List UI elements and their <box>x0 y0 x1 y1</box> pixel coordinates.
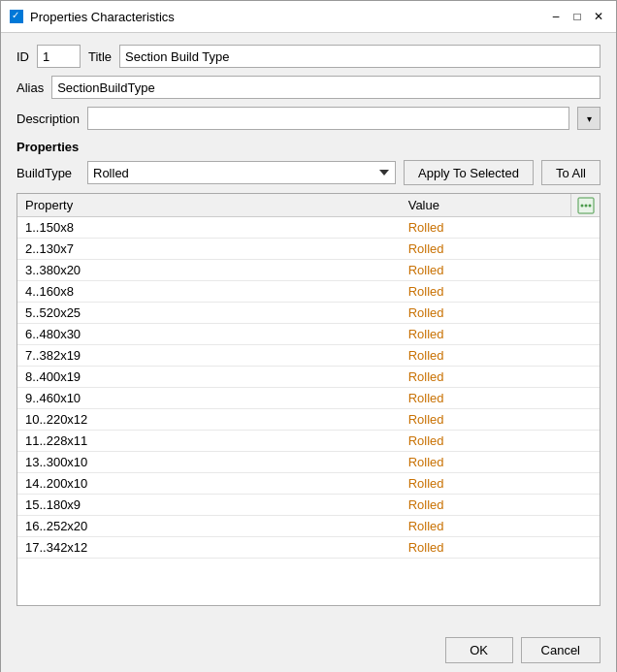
ok-button[interactable]: OK <box>445 637 513 663</box>
table-cell-value: Rolled <box>401 431 600 451</box>
table-cell-value: Rolled <box>401 281 600 302</box>
cancel-button[interactable]: Cancel <box>521 637 601 663</box>
table-cell-value: Rolled <box>401 452 600 472</box>
table-cell-property: 8..400x19 <box>17 367 401 387</box>
table-row[interactable]: 3..380x20Rolled <box>17 260 600 281</box>
buildtype-label: BuildType <box>16 166 80 180</box>
minimize-button[interactable]: – <box>546 7 566 26</box>
table-action-icon-area[interactable] <box>570 194 600 216</box>
description-row: Description ▾ <box>16 107 601 130</box>
window-icon <box>9 9 24 24</box>
to-all-button[interactable]: To All <box>541 160 601 185</box>
table-row[interactable]: 15..180x9Rolled <box>17 495 600 516</box>
table-cell-value: Rolled <box>401 495 600 515</box>
chevron-down-icon: ▾ <box>587 113 592 124</box>
table-cell-value: Rolled <box>401 473 600 494</box>
close-button[interactable]: ✕ <box>589 7 608 26</box>
window-title: Properties Characteristics <box>30 10 175 24</box>
table-header: Property Value <box>17 194 600 217</box>
footer: OK Cancel <box>1 627 616 672</box>
maximize-button[interactable]: □ <box>568 7 587 26</box>
table-row[interactable]: 1..150x8Rolled <box>17 217 600 239</box>
table-body: 1..150x8Rolled2..130x7Rolled3..380x20Rol… <box>17 217 600 605</box>
title-label: Title <box>88 49 112 64</box>
content-area: ID Title Alias Description ▾ Properties … <box>1 33 616 627</box>
table-row[interactable]: 2..130x7Rolled <box>17 239 600 260</box>
table-cell-property: 11..228x11 <box>17 431 401 451</box>
table-cell-value: Rolled <box>401 239 600 259</box>
table-cell-value: Rolled <box>401 537 600 558</box>
title-controls: – □ ✕ <box>546 7 608 26</box>
table-cell-property: 9..460x10 <box>17 388 401 408</box>
table-cell-value: Rolled <box>401 260 600 280</box>
table-cell-value: Rolled <box>401 388 600 408</box>
svg-point-3 <box>588 204 591 207</box>
table-cell-property: 10..220x12 <box>17 409 401 430</box>
table-cell-value: Rolled <box>401 516 600 536</box>
alias-input[interactable] <box>51 76 601 99</box>
table-cell-property: 2..130x7 <box>17 239 401 259</box>
table-cell-property: 15..180x9 <box>17 495 401 515</box>
table-cell-property: 4..160x8 <box>17 281 401 302</box>
table-cell-value: Rolled <box>401 303 600 323</box>
table-row[interactable]: 14..200x10Rolled <box>17 473 600 495</box>
table-row[interactable]: 13..300x10Rolled <box>17 452 600 473</box>
table-row[interactable]: 6..480x30Rolled <box>17 324 600 345</box>
buildtype-select[interactable]: Rolled Welded Cold Formed <box>87 161 396 184</box>
table-row[interactable]: 8..400x19Rolled <box>17 367 600 388</box>
table-cell-property: 7..382x19 <box>17 345 401 366</box>
table-row[interactable]: 10..220x12Rolled <box>17 409 600 431</box>
properties-table: Property Value 1..150x8Rolled2..130x7 <box>16 193 601 606</box>
description-label: Description <box>16 112 80 126</box>
svg-point-1 <box>580 204 583 207</box>
alias-label: Alias <box>16 80 44 95</box>
table-row[interactable]: 11..228x11Rolled <box>17 431 600 452</box>
table-cell-value: Rolled <box>401 217 600 238</box>
table-row[interactable]: 16..252x20Rolled <box>17 516 600 537</box>
property-column-header: Property <box>17 194 401 216</box>
table-cell-value: Rolled <box>401 367 600 387</box>
table-cell-property: 3..380x20 <box>17 260 401 280</box>
table-row[interactable]: 17..342x12Rolled <box>17 537 600 559</box>
description-dropdown-button[interactable]: ▾ <box>577 107 601 130</box>
properties-characteristics-window: Properties Characteristics – □ ✕ ID Titl… <box>0 0 617 672</box>
id-label: ID <box>16 49 29 64</box>
alias-row: Alias <box>16 76 601 99</box>
table-cell-property: 13..300x10 <box>17 452 401 472</box>
title-bar: Properties Characteristics – □ ✕ <box>1 1 616 33</box>
properties-section-label: Properties <box>16 140 601 154</box>
table-action-icon <box>576 196 596 215</box>
table-cell-property: 6..480x30 <box>17 324 401 344</box>
table-cell-property: 5..520x25 <box>17 303 401 323</box>
table-cell-property: 14..200x10 <box>17 473 401 494</box>
id-input[interactable] <box>37 45 81 68</box>
description-input[interactable] <box>87 107 569 130</box>
table-cell-value: Rolled <box>401 324 600 344</box>
apply-to-selected-button[interactable]: Apply To Selected <box>404 160 534 185</box>
id-title-row: ID Title <box>16 45 601 68</box>
table-cell-property: 16..252x20 <box>17 516 401 536</box>
title-bar-left: Properties Characteristics <box>9 9 175 24</box>
table-row[interactable]: 5..520x25Rolled <box>17 303 600 324</box>
svg-point-2 <box>584 204 587 207</box>
table-cell-value: Rolled <box>401 345 600 366</box>
table-cell-property: 17..342x12 <box>17 537 401 558</box>
table-row[interactable]: 9..460x10Rolled <box>17 388 600 409</box>
buildtype-row: BuildType Rolled Welded Cold Formed Appl… <box>16 160 601 185</box>
table-row[interactable]: 4..160x8Rolled <box>17 281 600 303</box>
table-cell-value: Rolled <box>401 409 600 430</box>
table-cell-property: 1..150x8 <box>17 217 401 238</box>
title-input[interactable] <box>119 45 601 68</box>
table-row[interactable]: 7..382x19Rolled <box>17 345 600 367</box>
